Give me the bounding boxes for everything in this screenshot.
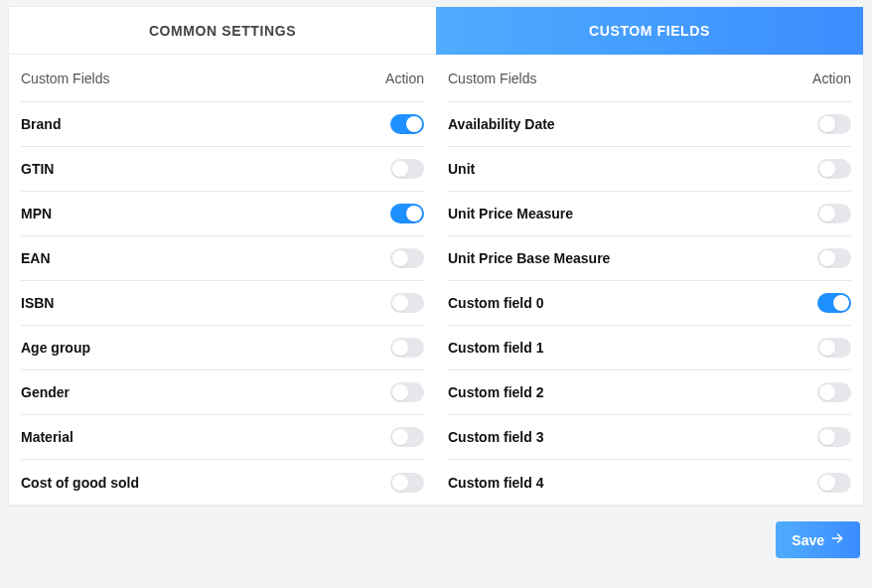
field-row: Custom field 3 [448,415,851,460]
left-column-header: Custom Fields Action [21,55,424,102]
toggle[interactable] [390,248,424,268]
toggle-knob [819,429,835,445]
footer: Save [0,506,872,568]
field-row: Brand [21,102,424,147]
field-label: Age group [21,340,90,356]
toggle[interactable] [817,338,851,358]
toggle[interactable] [817,114,851,134]
toggle-knob [392,161,408,177]
toggle-knob [819,340,835,356]
field-label: Unit Price Measure [448,206,573,221]
field-row: Gender [21,370,424,415]
toggle-knob [833,295,849,311]
right-column-header: Custom Fields Action [448,55,851,102]
field-label: Unit [448,161,475,177]
field-row: Material [21,415,424,460]
col-header-action: Action [812,71,851,86]
toggle-knob [819,250,835,266]
field-row: Unit Price Measure [448,192,851,236]
field-label: Custom field 2 [448,384,543,400]
toggle-knob [819,384,835,400]
toggle[interactable] [390,427,424,447]
field-label: Custom field 3 [448,429,543,445]
field-row: EAN [21,236,424,281]
toggle-knob [392,340,408,356]
toggle-knob [406,206,422,221]
tabs: COMMON SETTINGS CUSTOM FIELDS [9,7,863,55]
toggle[interactable] [390,114,424,134]
toggle[interactable] [817,473,851,493]
toggle[interactable] [390,293,424,313]
field-row: ISBN [21,281,424,326]
toggle[interactable] [390,382,424,402]
field-label: Custom field 1 [448,340,543,356]
field-row: GTIN [21,147,424,192]
right-column: Custom Fields Action Availability DateUn… [436,55,863,505]
toggle-knob [392,475,408,491]
field-row: Custom field 2 [448,370,851,415]
toggle-knob [819,116,835,132]
field-label: Custom field 0 [448,295,543,311]
field-label: Unit Price Base Measure [448,250,610,266]
field-row: MPN [21,192,424,236]
field-row: Age group [21,326,424,370]
field-label: GTIN [21,161,54,177]
settings-card: COMMON SETTINGS CUSTOM FIELDS Custom Fie… [8,6,864,506]
toggle-knob [406,116,422,132]
toggle-knob [819,475,835,491]
field-label: ISBN [21,295,54,311]
tab-custom-fields[interactable]: CUSTOM FIELDS [436,7,863,55]
field-row: Unit [448,147,851,192]
field-label: Cost of good sold [21,475,139,491]
toggle-knob [392,295,408,311]
col-header-field: Custom Fields [21,71,109,86]
toggle-knob [392,250,408,266]
toggle[interactable] [817,293,851,313]
toggle[interactable] [817,382,851,402]
toggle[interactable] [390,159,424,179]
toggle[interactable] [817,159,851,179]
toggle-knob [392,384,408,400]
field-row: Unit Price Base Measure [448,236,851,281]
field-label: Gender [21,384,70,400]
field-label: MPN [21,206,52,221]
field-row: Custom field 0 [448,281,851,326]
save-button-label: Save [792,532,824,548]
field-row: Availability Date [448,102,851,147]
toggle-knob [819,206,835,221]
field-row: Custom field 4 [448,460,851,505]
col-header-action: Action [385,71,424,86]
col-header-field: Custom Fields [448,71,536,86]
toggle[interactable] [390,204,424,223]
toggle[interactable] [390,338,424,358]
toggle-knob [392,429,408,445]
tab-common-settings[interactable]: COMMON SETTINGS [9,7,436,55]
field-label: Brand [21,116,61,132]
toggle[interactable] [390,473,424,493]
field-label: Custom field 4 [448,475,543,491]
toggle[interactable] [817,204,851,223]
toggle[interactable] [817,248,851,268]
field-label: EAN [21,250,51,266]
arrow-right-icon [830,531,844,548]
field-label: Availability Date [448,116,555,132]
toggle[interactable] [817,427,851,447]
left-column: Custom Fields Action BrandGTINMPNEANISBN… [9,55,436,505]
field-row: Custom field 1 [448,326,851,370]
field-row: Cost of good sold [21,460,424,505]
toggle-knob [819,161,835,177]
save-button[interactable]: Save [776,521,860,558]
field-label: Material [21,429,73,445]
